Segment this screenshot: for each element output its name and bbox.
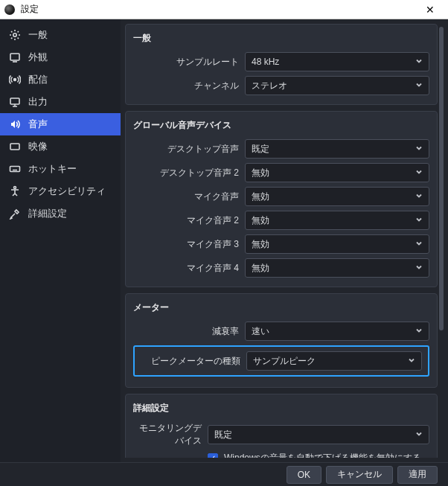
group-title: 一般	[133, 32, 429, 45]
select-value: サンプルピーク	[253, 355, 316, 368]
svg-rect-1	[10, 54, 19, 60]
select-value: 無効	[252, 167, 269, 179]
mic-audio-4-select[interactable]: 無効	[245, 258, 429, 278]
desktop-audio-1-label: デスクトップ音声	[133, 143, 245, 156]
group-title: グローバル音声デバイス	[133, 119, 429, 132]
select-value: ステレオ	[252, 80, 287, 92]
monitoring-device-select[interactable]: 既定	[208, 425, 429, 444]
scrollbar-thumb[interactable]	[439, 27, 444, 330]
peak-meter-type-label: ピークメーターの種類	[141, 355, 246, 368]
select-value: 既定	[252, 143, 269, 156]
sidebar-item-advanced[interactable]: 詳細設定	[0, 202, 121, 225]
titlebar: 設定 ✕	[0, 0, 448, 19]
svg-rect-5	[10, 167, 20, 172]
chevron-down-icon	[415, 144, 423, 154]
broadcast-icon	[9, 74, 21, 86]
gear-icon	[9, 29, 21, 41]
palette-icon	[9, 51, 21, 63]
sidebar-item-label: 一般	[28, 28, 48, 42]
audio-icon	[9, 118, 21, 130]
sample-rate-label: サンプルレート	[133, 56, 245, 68]
dialog-footer: OK キャンセル 適用	[0, 462, 448, 486]
sidebar-item-label: 詳細設定	[28, 207, 67, 220]
tools-icon	[9, 208, 21, 220]
mic-audio-3-label: マイク音声 3	[133, 238, 245, 251]
select-value: 無効	[252, 214, 269, 227]
apply-button[interactable]: 適用	[397, 466, 438, 484]
desktop-audio-1-select[interactable]: 既定	[245, 139, 429, 159]
select-value: 速い	[252, 325, 269, 338]
svg-point-6	[14, 187, 16, 189]
group-advanced: 詳細設定 モニタリングデバイス 既定 ✓ Windowsの音量を自動で下げる機能…	[125, 394, 438, 458]
select-value: 既定	[214, 429, 232, 441]
content-area: 一般 サンプルレート 48 kHz チャンネル ステレオ	[125, 24, 438, 458]
desktop-audio-2-label: デスクトップ音声 2	[133, 167, 245, 179]
channels-label: チャンネル	[133, 80, 245, 92]
highlight-peak-meter-row: ピークメーターの種類 サンプルピーク	[133, 345, 429, 377]
app-logo-icon	[4, 4, 15, 15]
sidebar-item-label: ホットキー	[28, 162, 77, 176]
vertical-scrollbar[interactable]	[438, 24, 445, 458]
close-button[interactable]: ✕	[417, 0, 444, 19]
chevron-down-icon	[415, 191, 423, 202]
sidebar: 一般 外観 配信 出力 音声 映像 ホットキー アクセシビリティ	[0, 19, 121, 462]
mic-audio-4-label: マイク音声 4	[133, 262, 245, 275]
sidebar-item-label: アクセシビリティ	[28, 185, 106, 198]
select-value: 無効	[252, 238, 269, 251]
sidebar-item-label: 映像	[28, 140, 48, 153]
chevron-down-icon	[415, 167, 423, 178]
peak-meter-type-select[interactable]: サンプルピーク	[246, 351, 422, 371]
sample-rate-select[interactable]: 48 kHz	[245, 52, 429, 71]
disable-audio-ducking-label: Windowsの音量を自動で下げる機能を無効にする	[224, 452, 421, 458]
window-title: 設定	[21, 3, 417, 16]
mic-audio-2-label: マイク音声 2	[133, 214, 245, 227]
svg-point-0	[13, 33, 16, 36]
decay-rate-select[interactable]: 速い	[245, 322, 429, 341]
chevron-down-icon	[415, 57, 423, 67]
select-value: 無効	[252, 262, 269, 275]
chevron-down-icon	[415, 429, 423, 440]
sidebar-item-output[interactable]: 出力	[0, 91, 121, 113]
decay-rate-label: 減衰率	[133, 325, 245, 338]
sidebar-item-stream[interactable]: 配信	[0, 68, 121, 91]
sidebar-item-label: 外観	[28, 51, 48, 64]
group-title: 詳細設定	[133, 402, 429, 415]
keyboard-icon	[9, 163, 21, 175]
group-title: メーター	[133, 301, 429, 314]
sidebar-item-accessibility[interactable]: アクセシビリティ	[0, 180, 121, 202]
video-icon	[9, 141, 21, 153]
group-general: 一般 サンプルレート 48 kHz チャンネル ステレオ	[125, 24, 438, 105]
sidebar-item-video[interactable]: 映像	[0, 135, 121, 158]
chevron-down-icon	[415, 326, 423, 336]
monitoring-device-label: モニタリングデバイス	[133, 422, 208, 447]
chevron-down-icon	[415, 80, 423, 91]
sidebar-item-hotkeys[interactable]: ホットキー	[0, 158, 121, 180]
chevron-down-icon	[408, 356, 415, 366]
select-value: 無効	[252, 191, 269, 203]
sidebar-item-appearance[interactable]: 外観	[0, 46, 121, 68]
sidebar-item-label: 配信	[28, 73, 48, 86]
channels-select[interactable]: ステレオ	[245, 76, 429, 95]
group-meters: メーター 減衰率 速い ピークメーターの種類 サンプルピーク	[125, 293, 438, 388]
mic-audio-3-select[interactable]: 無効	[245, 234, 429, 254]
mic-audio-2-select[interactable]: 無効	[245, 211, 429, 230]
svg-rect-4	[10, 144, 19, 150]
svg-rect-3	[10, 98, 19, 104]
group-global-audio-devices: グローバル音声デバイス デスクトップ音声 既定 デスクトップ音声 2 無効 マイ…	[125, 111, 438, 287]
chevron-down-icon	[415, 215, 423, 226]
select-value: 48 kHz	[252, 57, 279, 67]
cancel-button[interactable]: キャンセル	[326, 466, 393, 484]
chevron-down-icon	[415, 263, 423, 273]
sidebar-item-label: 出力	[28, 95, 48, 109]
chevron-down-icon	[415, 239, 423, 249]
ok-button[interactable]: OK	[287, 466, 321, 484]
mic-audio-1-select[interactable]: 無効	[245, 187, 429, 206]
sidebar-item-audio[interactable]: 音声	[0, 113, 121, 135]
disable-audio-ducking-checkbox[interactable]: ✓	[208, 453, 218, 458]
svg-point-2	[14, 79, 16, 81]
accessibility-icon	[9, 185, 21, 197]
sidebar-item-general[interactable]: 一般	[0, 24, 121, 46]
mic-audio-1-label: マイク音声	[133, 191, 245, 203]
desktop-audio-2-select[interactable]: 無効	[245, 163, 429, 182]
output-icon	[9, 96, 21, 108]
